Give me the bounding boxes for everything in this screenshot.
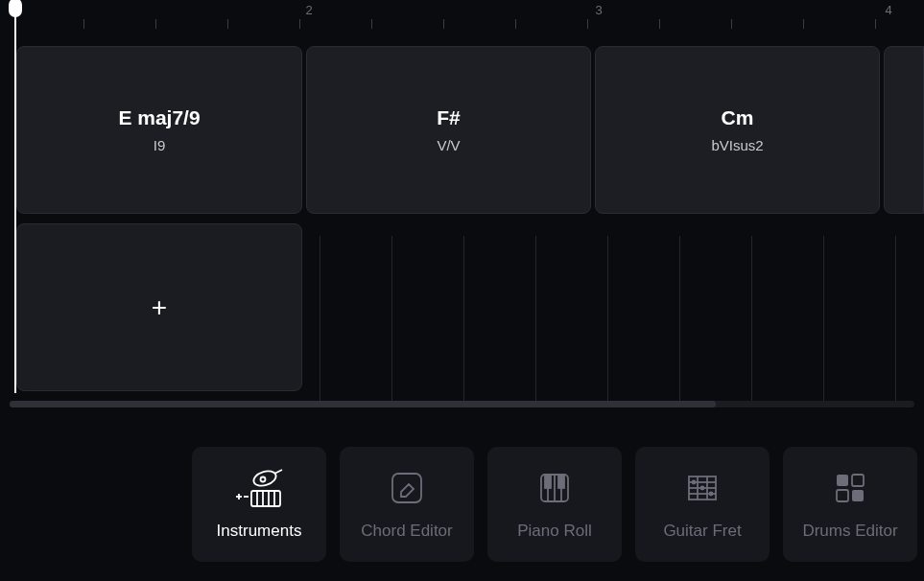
svg-point-26 [710, 493, 713, 496]
timeline-ruler[interactable]: 2 3 4 [14, 0, 924, 29]
plus-icon: + [152, 292, 167, 323]
tab-label: Piano Roll [517, 522, 592, 541]
scrollbar-thumb[interactable] [10, 401, 716, 407]
svg-rect-6 [251, 491, 280, 506]
ruler-label: 3 [595, 3, 602, 17]
tab-guitar-fret[interactable]: Guitar Fret [635, 447, 770, 562]
chord-editor-icon [388, 468, 426, 508]
horizontal-scrollbar[interactable] [10, 401, 914, 407]
piano-roll-icon [535, 468, 574, 508]
chord-name: Cm [722, 106, 754, 129]
tab-label: Drums Editor [802, 522, 897, 541]
timeline-area: E maj7/9 I9 F# V/V Cm bVIsus2 + [14, 46, 924, 391]
playhead[interactable] [14, 0, 16, 393]
svg-rect-11 [392, 474, 421, 502]
tab-chord-editor[interactable]: Chord Editor [340, 447, 474, 562]
chord-roman: bVIsus2 [711, 137, 763, 153]
tab-label: Chord Editor [361, 522, 452, 541]
chord-block[interactable]: E maj7/9 I9 [16, 46, 302, 214]
editor-tabs: Instruments Chord Editor Piano Roll [192, 447, 917, 562]
svg-point-25 [701, 487, 704, 490]
svg-rect-30 [852, 490, 864, 501]
tab-instruments[interactable]: Instruments [192, 447, 326, 562]
chord-roman: V/V [437, 137, 460, 153]
add-track-button[interactable]: + [16, 223, 302, 391]
svg-rect-28 [852, 475, 864, 486]
chord-block[interactable]: F# V/V [306, 46, 591, 214]
grid-lines [320, 236, 924, 404]
tab-drums-editor[interactable]: Drums Editor [783, 447, 917, 562]
drums-editor-icon [831, 468, 869, 508]
guitar-fret-icon [683, 468, 722, 508]
ruler-label: 4 [885, 3, 891, 17]
chord-row: E maj7/9 I9 F# V/V Cm bVIsus2 [14, 46, 924, 214]
svg-line-2 [274, 470, 282, 474]
chord-block[interactable]: Cm bVIsus2 [595, 46, 880, 214]
svg-point-24 [693, 481, 696, 484]
svg-rect-27 [837, 475, 848, 486]
instruments-icon [232, 468, 286, 508]
tab-label: Instruments [217, 522, 302, 541]
ruler-label: 2 [305, 3, 312, 17]
tab-label: Guitar Fret [663, 522, 741, 541]
svg-rect-29 [837, 490, 848, 501]
svg-rect-17 [558, 475, 564, 488]
svg-rect-16 [545, 475, 551, 488]
chord-name: F# [437, 106, 461, 129]
svg-point-1 [261, 477, 266, 482]
chord-roman: I9 [154, 137, 166, 153]
chord-name: E maj7/9 [118, 106, 200, 129]
tab-piano-roll[interactable]: Piano Roll [487, 447, 622, 562]
chord-block-partial[interactable] [884, 46, 924, 214]
